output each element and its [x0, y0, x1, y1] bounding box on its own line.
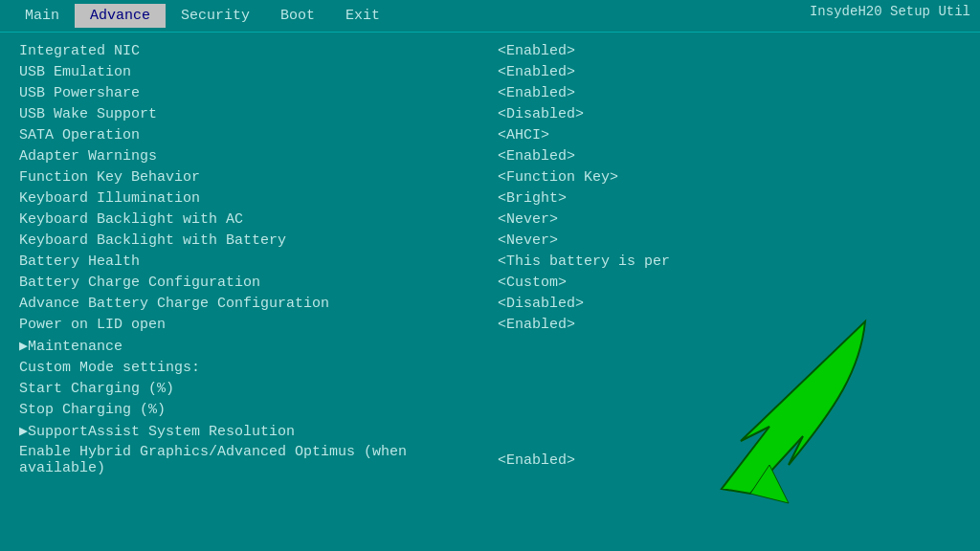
settings-label: Enable Hybrid Graphics/Advanced Optimus … [19, 444, 498, 476]
settings-row[interactable]: Enable Hybrid Graphics/Advanced Optimus … [19, 442, 961, 478]
settings-value: <This battery is per [498, 253, 961, 270]
settings-row[interactable]: Adapter Warnings<Enabled> [19, 145, 961, 166]
settings-label: USB Emulation [19, 64, 498, 80]
settings-row[interactable]: SATA Operation<AHCI> [19, 124, 961, 145]
settings-row[interactable]: USB Wake Support<Disabled> [19, 103, 961, 124]
settings-row[interactable]: Power on LID open<Enabled> [19, 314, 961, 335]
menu-item-boot[interactable]: Boot [265, 4, 330, 28]
settings-list: Integrated NIC<Enabled>USB Emulation<Ena… [0, 33, 980, 486]
menu-item-security[interactable]: Security [166, 4, 265, 28]
settings-row[interactable]: Stop Charging (%) [19, 399, 961, 420]
settings-label: Integrated NIC [19, 43, 498, 59]
settings-label: ▶Maintenance [19, 337, 498, 355]
settings-label: USB Powershare [19, 85, 498, 101]
menu-item-exit[interactable]: Exit [330, 4, 395, 28]
settings-label: ▶SupportAssist System Resolution [19, 422, 498, 440]
settings-row[interactable]: Keyboard Backlight with Battery<Never> [19, 230, 961, 251]
settings-row[interactable]: USB Emulation<Enabled> [19, 61, 961, 82]
settings-label: USB Wake Support [19, 106, 498, 122]
settings-value: <Enabled> [498, 148, 961, 165]
menu-item-main[interactable]: Main [10, 4, 75, 28]
settings-row[interactable]: Keyboard Illumination<Bright> [19, 187, 961, 209]
settings-label: Custom Mode settings: [19, 360, 498, 376]
settings-value: <AHCI> [498, 127, 961, 143]
settings-value: <Enabled> [498, 43, 961, 59]
settings-label: Battery Charge Configuration [19, 275, 498, 291]
settings-row[interactable]: Integrated NIC<Enabled> [19, 40, 961, 61]
settings-row[interactable]: ▶SupportAssist System Resolution [19, 420, 961, 442]
settings-value: <Function Key> [498, 169, 961, 186]
settings-value: <Enabled> [498, 452, 961, 469]
settings-label: Power on LID open [19, 317, 498, 333]
settings-row[interactable]: ▶Maintenance [19, 335, 961, 357]
settings-value: <Disabled> [498, 296, 961, 312]
settings-row[interactable]: USB Powershare<Enabled> [19, 82, 961, 103]
settings-label: Keyboard Backlight with AC [19, 211, 498, 228]
menu-item-advance[interactable]: Advance [75, 4, 166, 28]
settings-label: Keyboard Illumination [19, 190, 498, 207]
settings-value: <Never> [498, 211, 961, 228]
settings-row[interactable]: Start Charging (%) [19, 378, 961, 399]
settings-value: <Never> [498, 232, 961, 249]
settings-row[interactable]: Battery Charge Configuration<Custom> [19, 272, 961, 293]
settings-row[interactable]: Battery Health<This battery is per [19, 251, 961, 272]
settings-label: Start Charging (%) [19, 381, 498, 397]
settings-row[interactable]: Function Key Behavior<Function Key> [19, 166, 961, 187]
settings-label: Keyboard Backlight with Battery [19, 232, 498, 249]
settings-row[interactable]: Custom Mode settings: [19, 357, 961, 378]
settings-row[interactable]: Advance Battery Charge Configuration<Dis… [19, 293, 961, 314]
bios-screen: Main Advance Security Boot Exit InsydeH2… [0, 0, 980, 551]
settings-value: <Enabled> [498, 85, 961, 101]
settings-label: SATA Operation [19, 127, 498, 143]
settings-label: Stop Charging (%) [19, 402, 498, 418]
settings-row[interactable]: Keyboard Backlight with AC<Never> [19, 209, 961, 230]
settings-value: <Enabled> [498, 317, 961, 333]
settings-value: <Bright> [498, 190, 961, 207]
settings-label: Battery Health [19, 253, 498, 270]
settings-value: <Disabled> [498, 106, 961, 122]
settings-value: <Enabled> [498, 64, 961, 80]
settings-label: Adapter Warnings [19, 148, 498, 165]
settings-value: <Custom> [498, 275, 961, 291]
settings-label: Function Key Behavior [19, 169, 498, 186]
settings-label: Advance Battery Charge Configuration [19, 296, 498, 312]
menu-bar: Main Advance Security Boot Exit InsydeH2… [0, 0, 980, 33]
bios-title: InsydeH20 Setup Util [810, 4, 970, 19]
